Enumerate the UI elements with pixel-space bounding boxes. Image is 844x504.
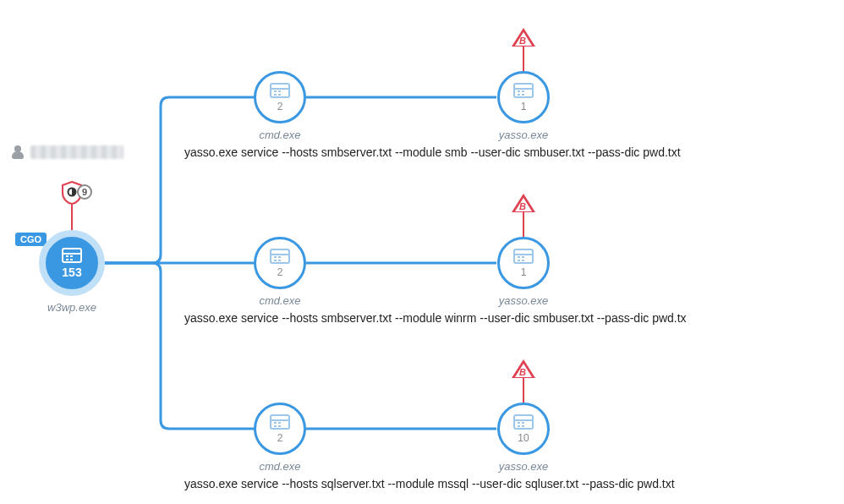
process-count: 1: [521, 266, 527, 278]
process-label: cmd.exe: [229, 129, 331, 141]
process-label: cmd.exe: [229, 460, 331, 473]
process-count: 2: [277, 266, 283, 278]
alert-letter: B: [519, 201, 526, 211]
process-node-cmd[interactable]: 2: [254, 237, 306, 289]
process-label: yasso.exe: [473, 129, 574, 141]
process-node-yasso[interactable]: 1: [497, 71, 550, 123]
window-icon: [270, 83, 290, 98]
window-icon: [270, 249, 290, 264]
process-tree-diagram: 9 CGO 153 w3wp.exe 2 cmd.exe B 1 yasso.e…: [0, 0, 844, 504]
process-label: cmd.exe: [229, 294, 331, 307]
user-icon: [12, 145, 24, 159]
user-row: [12, 145, 123, 159]
window-icon: [513, 414, 534, 430]
alert-triangle-icon: B: [512, 194, 535, 212]
command-line: yasso.exe service --hosts sqlserver.txt …: [184, 477, 675, 490]
process-count: 2: [277, 432, 283, 444]
alert-triangle-icon: B: [512, 359, 535, 378]
process-count: 1: [521, 101, 527, 112]
window-icon: [513, 83, 534, 98]
window-icon: [62, 248, 82, 263]
alert-letter: B: [519, 36, 526, 46]
process-node-yasso[interactable]: 1: [497, 237, 550, 289]
process-node-yasso[interactable]: 10: [497, 403, 550, 455]
shield-alert-icon: 9: [62, 181, 82, 205]
process-label: yasso.exe: [473, 460, 574, 473]
window-icon: [513, 249, 534, 264]
process-label: yasso.exe: [473, 294, 574, 307]
window-icon: [270, 414, 290, 430]
user-name-redacted: [30, 145, 123, 159]
process-node-root[interactable]: 153: [39, 230, 105, 296]
alert-letter: B: [519, 367, 526, 377]
command-line: yasso.exe service --hosts smbserver.txt …: [184, 311, 687, 325]
process-count: 2: [277, 101, 283, 112]
command-line: yasso.exe service --hosts smbserver.txt …: [184, 145, 681, 159]
process-node-cmd[interactable]: 2: [254, 71, 306, 123]
process-count: 10: [518, 432, 529, 444]
cgo-tag: CGO: [15, 233, 47, 246]
process-node-cmd[interactable]: 2: [254, 403, 306, 455]
connector-lines: [0, 0, 844, 504]
process-label: w3wp.exe: [21, 301, 123, 314]
shield-badge: 9: [77, 184, 92, 200]
process-count: 153: [62, 266, 81, 279]
alert-triangle-icon: B: [512, 28, 535, 47]
